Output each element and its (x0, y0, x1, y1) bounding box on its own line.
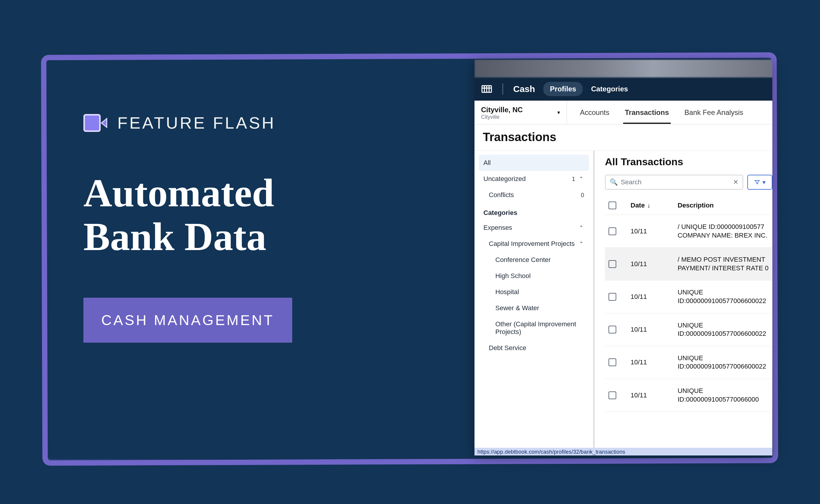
sidebar-item-label: Debt Service (489, 344, 584, 352)
sidebar-item-label: Other (Capital Improvement Projects) (495, 320, 584, 336)
headline-line-2: Bank Data (83, 215, 411, 259)
cell-date: 10/11 (631, 358, 663, 366)
sidebar-item-label: Uncategorized (484, 175, 565, 183)
filter-icon (754, 179, 760, 185)
table-row[interactable]: 10/11 UNIQUE ID:0000009100577006600022 (605, 346, 772, 379)
select-all-checkbox[interactable] (609, 202, 616, 209)
nav-profiles[interactable]: Profiles (543, 82, 583, 96)
org-subname: Cityville (481, 114, 561, 120)
app-logo[interactable] (481, 83, 492, 95)
app-body: All Uncategorized 1 ⌃ Conflicts 0 Catego… (475, 151, 772, 448)
app-subbar: Cityville, NC Cityville ▾ Accounts Trans… (475, 101, 772, 124)
eyebrow-text: FEATURE FLASH (117, 113, 275, 132)
sidebar-item-label: Expenses (484, 224, 575, 232)
cell-date: 10/11 (631, 326, 663, 333)
sidebar-item-label: Capital Improvement Projects (489, 240, 575, 248)
sidebar-item-conflicts[interactable]: Conflicts 0 (479, 187, 589, 203)
cell-description: UNIQUE ID:0000009100577006600022 (678, 288, 772, 305)
table-row[interactable]: 10/11 / MEMO POST INVESTMENT PAYMENT/ IN… (605, 248, 772, 280)
status-bar-url: https://app.debtbook.com/cash/profiles/3… (475, 448, 772, 455)
row-checkbox[interactable] (609, 227, 616, 235)
row-checkbox[interactable] (609, 391, 616, 399)
column-header-date[interactable]: Date ↓ (631, 202, 663, 209)
clear-icon[interactable]: ✕ (733, 178, 738, 186)
row-checkbox[interactable] (609, 260, 616, 268)
sidebar-item-count: 1 (568, 176, 575, 182)
caret-down-icon: ▾ (557, 109, 560, 116)
sidebar-item-label: All (484, 159, 584, 167)
sidebar-item-label: Conference Center (495, 256, 584, 264)
sidebar-item-cip[interactable]: Capital Improvement Projects ⌃ (479, 236, 589, 252)
sidebar-item-all[interactable]: All (479, 155, 589, 171)
sidebar-item-label: Sewer & Water (495, 304, 584, 312)
table-row[interactable]: 10/11 UNIQUE ID:0000009100577006600022 (605, 313, 772, 346)
promo-panel: FEATURE FLASH Automated Bank Data CASH M… (83, 113, 411, 343)
cell-description: / UNIQUE ID:0000009100577 COMPANY NAME: … (678, 223, 772, 240)
chevron-up-icon: ⌃ (578, 241, 584, 247)
cell-description: UNIQUE ID:0000009100577006600022 (678, 354, 772, 371)
browser-chrome-blur (475, 60, 772, 77)
nav-categories[interactable]: Categories (591, 85, 628, 93)
row-checkbox[interactable] (609, 326, 616, 333)
caret-down-icon: ▾ (763, 179, 766, 186)
tab-accounts[interactable]: Accounts (579, 101, 611, 124)
divider (503, 83, 503, 95)
headline: Automated Bank Data (83, 171, 411, 259)
eyebrow-row: FEATURE FLASH (83, 113, 411, 132)
row-checkbox[interactable] (609, 358, 616, 366)
column-header-date-label: Date (631, 202, 645, 209)
category-pill: CASH MANAGEMENT (83, 298, 292, 343)
sidebar-item-label: Hospital (495, 288, 584, 296)
table-row[interactable]: 10/11 UNIQUE ID:0000009100577006600022 (605, 280, 772, 313)
row-checkbox[interactable] (609, 293, 616, 301)
sidebar-item-cip-other[interactable]: Other (Capital Improvement Projects) (479, 316, 589, 340)
subtabs: Accounts Transactions Bank Fee Analysis (567, 101, 744, 124)
search-placeholder: Search (621, 178, 730, 186)
app-screenshot: Cash Profiles Categories Cityville, NC C… (475, 60, 772, 455)
headline-line-1: Automated (83, 171, 411, 215)
chevron-up-icon: ⌃ (578, 176, 584, 182)
filter-button[interactable]: ▾ (747, 175, 772, 190)
app-name: Cash (513, 84, 535, 94)
column-header-description[interactable]: Description (678, 202, 772, 209)
main-title: All Transactions (605, 156, 772, 168)
cell-description: UNIQUE ID:0000009100577006600022 (678, 321, 772, 338)
sidebar-item-sewer-water[interactable]: Sewer & Water (479, 300, 589, 316)
video-icon (83, 114, 107, 132)
sidebar-item-hospital[interactable]: Hospital (479, 284, 589, 300)
page-title-bar: Transactions (475, 124, 772, 151)
org-name: Cityville, NC (481, 106, 561, 114)
logo-icon (481, 83, 492, 95)
cell-date: 10/11 (631, 391, 663, 399)
sidebar-item-conference-center[interactable]: Conference Center (479, 252, 589, 268)
cell-date: 10/11 (631, 227, 663, 235)
table-row[interactable]: 10/11 UNIQUE ID:00000091005770066000 (605, 379, 772, 412)
search-row: 🔍 Search ✕ ▾ (605, 175, 772, 190)
sort-down-icon: ↓ (647, 202, 651, 209)
table-row[interactable]: 10/11 / UNIQUE ID:0000009100577 COMPANY … (605, 215, 772, 248)
tab-transactions[interactable]: Transactions (624, 101, 670, 124)
sidebar-heading-categories: Categories (479, 203, 589, 220)
cell-date: 10/11 (631, 293, 663, 301)
cell-date: 10/11 (631, 260, 663, 268)
sidebar-item-uncategorized[interactable]: Uncategorized 1 ⌃ (479, 171, 589, 187)
search-input[interactable]: 🔍 Search ✕ (605, 175, 743, 190)
sidebar-item-debt-service[interactable]: Debt Service (479, 340, 589, 356)
page-title: Transactions (483, 130, 764, 144)
app-topbar: Cash Profiles Categories (475, 77, 772, 101)
chevron-up-icon: ⌃ (578, 224, 584, 231)
main-panel: All Transactions 🔍 Search ✕ ▾ Date (595, 151, 772, 448)
sidebar-item-label: High School (495, 272, 584, 280)
cell-description: UNIQUE ID:00000091005770066000 (678, 387, 772, 404)
org-selector[interactable]: Cityville, NC Cityville ▾ (475, 101, 567, 124)
search-icon: 🔍 (610, 178, 618, 186)
sidebar-item-label: Conflicts (489, 191, 573, 199)
sidebar-item-count: 0 (576, 192, 584, 199)
table-header: Date ↓ Description (605, 197, 772, 215)
sidebar-item-expenses[interactable]: Expenses ⌃ (479, 220, 589, 236)
cell-description: / MEMO POST INVESTMENT PAYMENT/ INTEREST… (678, 255, 772, 272)
tab-bank-fee-analysis[interactable]: Bank Fee Analysis (683, 101, 744, 124)
sidebar-item-high-school[interactable]: High School (479, 268, 589, 284)
sidebar: All Uncategorized 1 ⌃ Conflicts 0 Catego… (475, 151, 595, 448)
